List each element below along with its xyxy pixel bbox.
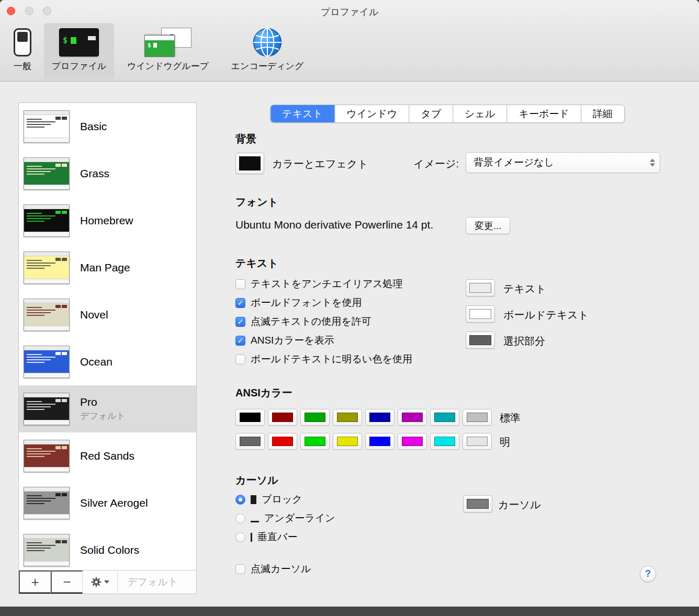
ansi-magenta-swatch[interactable] xyxy=(398,409,427,426)
tab-tab[interactable]: タブ xyxy=(409,105,453,122)
background-image-popup[interactable]: 背景イメージなし xyxy=(466,152,660,173)
profile-row-red-sands[interactable]: Red Sands xyxy=(19,432,196,480)
switch-icon xyxy=(14,28,31,56)
profile-name: Basic xyxy=(80,120,107,133)
ansi-yellow-swatch[interactable] xyxy=(333,409,362,426)
toolbar-label: 一般 xyxy=(14,60,31,72)
profile-thumbnail xyxy=(24,487,70,519)
checkbox-label: テキストをアンチエイリアス処理 xyxy=(251,277,403,291)
radio-dot xyxy=(235,514,245,523)
checkbox-box xyxy=(235,317,245,327)
profile-thumbnail xyxy=(24,110,70,143)
profile-row-grass[interactable]: Grass xyxy=(19,150,196,197)
ansi-bright-black-swatch[interactable] xyxy=(235,433,265,450)
checkbox-blink-text[interactable]: 点滅テキストの使用を許可 xyxy=(235,316,412,327)
background-color-well[interactable] xyxy=(235,153,264,174)
profile-name: Ocean xyxy=(80,356,112,368)
profile-row-pro[interactable]: Pro デフォルト xyxy=(19,385,196,432)
checkbox-box xyxy=(235,336,245,346)
tab-keyboard[interactable]: キーボード xyxy=(507,105,581,122)
popup-chevrons-icon xyxy=(650,159,655,167)
profile-thumbnail xyxy=(24,393,70,425)
toolbar-item-encodings[interactable]: エンコーディング xyxy=(224,25,311,72)
ansi-green-swatch[interactable] xyxy=(300,409,330,426)
profile-name: Silver Aerogel xyxy=(80,497,148,509)
ansi-black-swatch[interactable] xyxy=(235,409,265,426)
ansi-heading: ANSIカラー xyxy=(235,386,292,400)
radio-dot xyxy=(235,532,245,542)
profile-actions-button[interactable] xyxy=(83,571,118,594)
sidebar-footer: + − デフォルト xyxy=(19,570,196,594)
ansi-bright-red-swatch[interactable] xyxy=(268,433,297,450)
set-default-button[interactable]: デフォルト xyxy=(118,571,196,594)
terminal-icon: $ xyxy=(59,28,99,56)
profile-row-homebrew[interactable]: Homebrew xyxy=(19,197,196,244)
ansi-bright-white-swatch[interactable] xyxy=(463,433,492,450)
profile-default-badge: デフォルト xyxy=(80,410,126,422)
add-profile-button[interactable]: + xyxy=(19,571,51,594)
profile-name: Solid Colors xyxy=(80,544,139,556)
bold-text-color-well[interactable] xyxy=(466,305,495,323)
checkbox-label: 点滅テキストの使用を許可 xyxy=(251,315,371,328)
ansi-bright-cyan-swatch[interactable] xyxy=(430,433,459,450)
bold-text-color-label: ボールドテキスト xyxy=(503,308,589,322)
checkbox-box xyxy=(235,298,245,308)
radio-vertical-bar-cursor[interactable]: 垂直バー xyxy=(235,531,335,543)
profile-name: Novel xyxy=(80,309,108,321)
block-cursor-glyph xyxy=(251,495,256,504)
ansi-bright-magenta-swatch[interactable] xyxy=(398,433,427,450)
tab-advanced[interactable]: 詳細 xyxy=(581,105,624,122)
profile-row-ocean[interactable]: Ocean xyxy=(19,338,196,385)
checkbox-blink-cursor[interactable]: 点滅カーソル xyxy=(235,563,311,575)
text-color-well[interactable] xyxy=(466,279,495,296)
toolbar-label: ウインドウグループ xyxy=(127,60,209,72)
toolbar-item-profiles[interactable]: $ プロファイル xyxy=(44,23,114,79)
radio-block-cursor[interactable]: ブロック xyxy=(235,494,335,505)
profile-row-solid-colors[interactable]: Solid Colors xyxy=(19,527,196,570)
profile-row-silver-aerogel[interactable]: Silver Aerogel xyxy=(19,480,196,527)
popup-value: 背景イメージなし xyxy=(473,156,554,169)
ansi-white-swatch[interactable] xyxy=(463,409,492,426)
ansi-bright-yellow-swatch[interactable] xyxy=(333,433,362,450)
ansi-blue-swatch[interactable] xyxy=(365,409,394,426)
profile-row-basic[interactable]: Basic xyxy=(19,103,196,150)
profile-thumbnail xyxy=(24,440,70,472)
help-button[interactable]: ? xyxy=(640,566,656,582)
checkbox-label: ボールドテキストに明るい色を使用 xyxy=(251,352,412,366)
text-heading: テキスト xyxy=(235,256,278,270)
radio-underline-cursor[interactable]: アンダーライン xyxy=(235,512,335,524)
checkbox-antialias[interactable]: テキストをアンチエイリアス処理 xyxy=(235,278,412,290)
profile-row-novel[interactable]: Novel xyxy=(19,291,196,338)
tab-window[interactable]: ウインドウ xyxy=(335,105,409,122)
toolbar-item-general[interactable]: 一般 xyxy=(5,25,40,72)
window-group-icon: $ $ xyxy=(144,28,191,57)
profile-name: Homebrew xyxy=(80,214,133,227)
settings-tabbar: テキスト ウインドウ タブ シェル キーボード 詳細 xyxy=(270,105,625,123)
profile-thumbnail xyxy=(24,204,70,237)
tab-shell[interactable]: シェル xyxy=(453,105,507,122)
change-font-button[interactable]: 変更... xyxy=(466,217,510,234)
ansi-bright-blue-swatch[interactable] xyxy=(365,433,394,450)
selection-color-well[interactable] xyxy=(466,332,495,349)
profile-row-man-page[interactable]: Man Page xyxy=(19,244,196,291)
profile-name: Red Sands xyxy=(80,450,134,462)
gear-icon xyxy=(91,577,102,587)
checkbox-box xyxy=(235,355,245,364)
ansi-red-swatch[interactable] xyxy=(268,409,297,426)
checkbox-ansi-colors[interactable]: ANSIカラーを表示 xyxy=(235,335,412,346)
cursor-radio-group: ブロック アンダーライン 垂直バー xyxy=(235,494,335,543)
checkbox-bold-font[interactable]: ボールドフォントを使用 xyxy=(235,297,412,309)
checkbox-label: 点滅カーソル xyxy=(251,562,311,576)
ansi-cyan-swatch[interactable] xyxy=(430,409,459,426)
profile-name: Pro xyxy=(80,396,126,408)
cursor-color-well[interactable] xyxy=(463,495,492,512)
checkbox-bright-bold[interactable]: ボールドテキストに明るい色を使用 xyxy=(235,353,412,365)
image-label: イメージ: xyxy=(413,157,459,171)
remove-profile-button[interactable]: − xyxy=(51,571,83,594)
ansi-bright-green-swatch[interactable] xyxy=(300,433,330,450)
tab-text[interactable]: テキスト xyxy=(270,105,335,122)
toolbar-item-window-groups[interactable]: $ $ ウインドウグループ xyxy=(119,25,217,72)
underline-cursor-glyph xyxy=(251,521,259,522)
checkbox-box xyxy=(235,564,245,574)
profiles-list: Basic Grass Homebrew Man Page Novel Ocea xyxy=(19,103,196,570)
